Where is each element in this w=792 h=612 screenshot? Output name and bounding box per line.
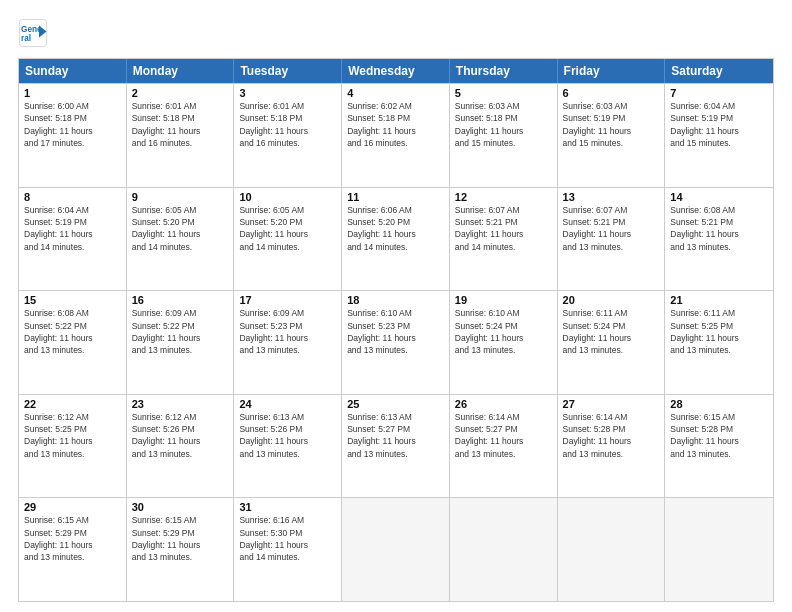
day-info: Sunrise: 6:12 AM Sunset: 5:25 PM Dayligh…	[24, 411, 121, 460]
calendar-cell: 12Sunrise: 6:07 AM Sunset: 5:21 PM Dayli…	[450, 188, 558, 291]
day-info: Sunrise: 6:00 AM Sunset: 5:18 PM Dayligh…	[24, 100, 121, 149]
day-number: 5	[455, 87, 552, 99]
day-number: 2	[132, 87, 229, 99]
calendar-cell: 13Sunrise: 6:07 AM Sunset: 5:21 PM Dayli…	[558, 188, 666, 291]
day-number: 20	[563, 294, 660, 306]
day-info: Sunrise: 6:15 AM Sunset: 5:28 PM Dayligh…	[670, 411, 768, 460]
day-number: 8	[24, 191, 121, 203]
day-number: 9	[132, 191, 229, 203]
calendar-cell: 30Sunrise: 6:15 AM Sunset: 5:29 PM Dayli…	[127, 498, 235, 601]
day-info: Sunrise: 6:10 AM Sunset: 5:24 PM Dayligh…	[455, 307, 552, 356]
day-number: 7	[670, 87, 768, 99]
day-info: Sunrise: 6:03 AM Sunset: 5:19 PM Dayligh…	[563, 100, 660, 149]
day-number: 13	[563, 191, 660, 203]
calendar-cell	[342, 498, 450, 601]
page: Gene ral SundayMondayTuesdayWednesdayThu…	[0, 0, 792, 612]
calendar-cell: 29Sunrise: 6:15 AM Sunset: 5:29 PM Dayli…	[19, 498, 127, 601]
calendar-cell: 28Sunrise: 6:15 AM Sunset: 5:28 PM Dayli…	[665, 395, 773, 498]
calendar-cell: 18Sunrise: 6:10 AM Sunset: 5:23 PM Dayli…	[342, 291, 450, 394]
calendar-cell: 31Sunrise: 6:16 AM Sunset: 5:30 PM Dayli…	[234, 498, 342, 601]
calendar-cell: 3Sunrise: 6:01 AM Sunset: 5:18 PM Daylig…	[234, 84, 342, 187]
day-info: Sunrise: 6:11 AM Sunset: 5:24 PM Dayligh…	[563, 307, 660, 356]
day-number: 15	[24, 294, 121, 306]
day-info: Sunrise: 6:09 AM Sunset: 5:23 PM Dayligh…	[239, 307, 336, 356]
calendar-cell: 14Sunrise: 6:08 AM Sunset: 5:21 PM Dayli…	[665, 188, 773, 291]
day-info: Sunrise: 6:02 AM Sunset: 5:18 PM Dayligh…	[347, 100, 444, 149]
calendar: SundayMondayTuesdayWednesdayThursdayFrid…	[18, 58, 774, 602]
calendar-cell: 1Sunrise: 6:00 AM Sunset: 5:18 PM Daylig…	[19, 84, 127, 187]
calendar-cell: 26Sunrise: 6:14 AM Sunset: 5:27 PM Dayli…	[450, 395, 558, 498]
day-number: 6	[563, 87, 660, 99]
logo: Gene ral	[18, 18, 52, 48]
day-number: 11	[347, 191, 444, 203]
calendar-cell	[665, 498, 773, 601]
header-cell-monday: Monday	[127, 59, 235, 83]
calendar-cell: 5Sunrise: 6:03 AM Sunset: 5:18 PM Daylig…	[450, 84, 558, 187]
day-info: Sunrise: 6:14 AM Sunset: 5:27 PM Dayligh…	[455, 411, 552, 460]
header-cell-thursday: Thursday	[450, 59, 558, 83]
calendar-row: 8Sunrise: 6:04 AM Sunset: 5:19 PM Daylig…	[19, 187, 773, 291]
day-number: 10	[239, 191, 336, 203]
day-info: Sunrise: 6:15 AM Sunset: 5:29 PM Dayligh…	[24, 514, 121, 563]
day-info: Sunrise: 6:15 AM Sunset: 5:29 PM Dayligh…	[132, 514, 229, 563]
day-info: Sunrise: 6:01 AM Sunset: 5:18 PM Dayligh…	[132, 100, 229, 149]
header-cell-saturday: Saturday	[665, 59, 773, 83]
svg-text:ral: ral	[21, 34, 31, 43]
day-info: Sunrise: 6:07 AM Sunset: 5:21 PM Dayligh…	[455, 204, 552, 253]
day-number: 14	[670, 191, 768, 203]
day-info: Sunrise: 6:04 AM Sunset: 5:19 PM Dayligh…	[24, 204, 121, 253]
header-cell-friday: Friday	[558, 59, 666, 83]
calendar-cell: 4Sunrise: 6:02 AM Sunset: 5:18 PM Daylig…	[342, 84, 450, 187]
day-info: Sunrise: 6:07 AM Sunset: 5:21 PM Dayligh…	[563, 204, 660, 253]
header-cell-wednesday: Wednesday	[342, 59, 450, 83]
day-number: 19	[455, 294, 552, 306]
day-number: 3	[239, 87, 336, 99]
svg-text:Gene: Gene	[21, 25, 42, 34]
day-number: 25	[347, 398, 444, 410]
day-info: Sunrise: 6:03 AM Sunset: 5:18 PM Dayligh…	[455, 100, 552, 149]
day-info: Sunrise: 6:13 AM Sunset: 5:27 PM Dayligh…	[347, 411, 444, 460]
calendar-cell: 15Sunrise: 6:08 AM Sunset: 5:22 PM Dayli…	[19, 291, 127, 394]
calendar-cell	[558, 498, 666, 601]
calendar-cell: 16Sunrise: 6:09 AM Sunset: 5:22 PM Dayli…	[127, 291, 235, 394]
day-info: Sunrise: 6:16 AM Sunset: 5:30 PM Dayligh…	[239, 514, 336, 563]
day-info: Sunrise: 6:08 AM Sunset: 5:21 PM Dayligh…	[670, 204, 768, 253]
day-number: 12	[455, 191, 552, 203]
calendar-header: SundayMondayTuesdayWednesdayThursdayFrid…	[19, 59, 773, 83]
calendar-row: 29Sunrise: 6:15 AM Sunset: 5:29 PM Dayli…	[19, 497, 773, 601]
header-cell-tuesday: Tuesday	[234, 59, 342, 83]
calendar-cell: 11Sunrise: 6:06 AM Sunset: 5:20 PM Dayli…	[342, 188, 450, 291]
day-number: 31	[239, 501, 336, 513]
day-number: 4	[347, 87, 444, 99]
day-info: Sunrise: 6:14 AM Sunset: 5:28 PM Dayligh…	[563, 411, 660, 460]
day-info: Sunrise: 6:10 AM Sunset: 5:23 PM Dayligh…	[347, 307, 444, 356]
day-number: 17	[239, 294, 336, 306]
calendar-cell: 27Sunrise: 6:14 AM Sunset: 5:28 PM Dayli…	[558, 395, 666, 498]
calendar-row: 22Sunrise: 6:12 AM Sunset: 5:25 PM Dayli…	[19, 394, 773, 498]
calendar-row: 1Sunrise: 6:00 AM Sunset: 5:18 PM Daylig…	[19, 83, 773, 187]
day-info: Sunrise: 6:12 AM Sunset: 5:26 PM Dayligh…	[132, 411, 229, 460]
day-number: 22	[24, 398, 121, 410]
calendar-cell: 22Sunrise: 6:12 AM Sunset: 5:25 PM Dayli…	[19, 395, 127, 498]
general-blue-icon: Gene ral	[18, 18, 48, 48]
day-number: 21	[670, 294, 768, 306]
day-number: 26	[455, 398, 552, 410]
day-number: 24	[239, 398, 336, 410]
day-info: Sunrise: 6:04 AM Sunset: 5:19 PM Dayligh…	[670, 100, 768, 149]
calendar-cell: 10Sunrise: 6:05 AM Sunset: 5:20 PM Dayli…	[234, 188, 342, 291]
calendar-body: 1Sunrise: 6:00 AM Sunset: 5:18 PM Daylig…	[19, 83, 773, 601]
calendar-cell: 17Sunrise: 6:09 AM Sunset: 5:23 PM Dayli…	[234, 291, 342, 394]
day-info: Sunrise: 6:11 AM Sunset: 5:25 PM Dayligh…	[670, 307, 768, 356]
header: Gene ral	[18, 18, 774, 48]
calendar-cell: 8Sunrise: 6:04 AM Sunset: 5:19 PM Daylig…	[19, 188, 127, 291]
calendar-cell	[450, 498, 558, 601]
day-info: Sunrise: 6:08 AM Sunset: 5:22 PM Dayligh…	[24, 307, 121, 356]
day-info: Sunrise: 6:13 AM Sunset: 5:26 PM Dayligh…	[239, 411, 336, 460]
calendar-cell: 2Sunrise: 6:01 AM Sunset: 5:18 PM Daylig…	[127, 84, 235, 187]
header-cell-sunday: Sunday	[19, 59, 127, 83]
day-number: 23	[132, 398, 229, 410]
day-number: 16	[132, 294, 229, 306]
day-number: 28	[670, 398, 768, 410]
calendar-row: 15Sunrise: 6:08 AM Sunset: 5:22 PM Dayli…	[19, 290, 773, 394]
calendar-cell: 19Sunrise: 6:10 AM Sunset: 5:24 PM Dayli…	[450, 291, 558, 394]
